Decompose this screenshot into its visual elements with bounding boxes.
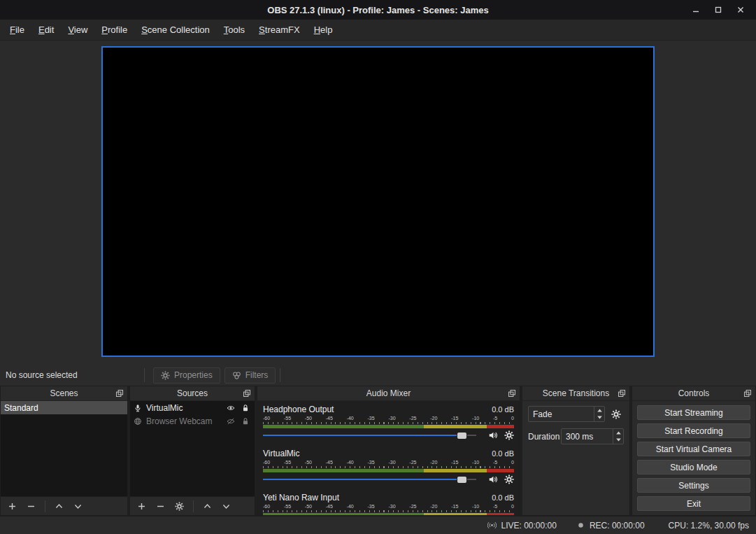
- chevron-up-icon: [203, 502, 212, 511]
- properties-button-label: Properties: [174, 370, 213, 380]
- menu-help[interactable]: Help: [307, 22, 340, 38]
- scene-up-button[interactable]: [52, 499, 66, 514]
- volume-slider-fill: [263, 435, 457, 436]
- speaker-icon[interactable]: [488, 475, 498, 484]
- source-properties-button[interactable]: [172, 499, 187, 514]
- minus-icon: [27, 502, 36, 511]
- window-title: OBS 27.1.3 (linux) - Profile: James - Sc…: [267, 5, 488, 15]
- transition-select[interactable]: Fade: [528, 406, 605, 422]
- menu-tools[interactable]: Tools: [217, 22, 252, 38]
- obs-window: OBS 27.1.3 (linux) - Profile: James - Sc…: [0, 0, 756, 534]
- filter-icon: [232, 371, 241, 380]
- db-tick-label: -35: [368, 503, 375, 510]
- popout-icon[interactable]: [618, 389, 626, 398]
- visibility-icon[interactable]: [227, 404, 235, 412]
- db-tick-label: -25: [409, 415, 416, 421]
- remove-scene-button[interactable]: [24, 499, 38, 514]
- source-item[interactable]: VirtualMic: [130, 401, 255, 414]
- sources-list: VirtualMic Browser Webcam: [130, 401, 255, 496]
- menu-edit[interactable]: Edit: [31, 22, 61, 38]
- menu-file[interactable]: File: [3, 22, 31, 38]
- scene-down-button[interactable]: [71, 499, 85, 514]
- db-tick-label: -40: [347, 503, 354, 510]
- volume-slider-fill: [263, 479, 457, 480]
- db-tick-label: -30: [388, 415, 395, 421]
- spin-up-button[interactable]: [594, 407, 604, 414]
- popout-icon[interactable]: [115, 389, 124, 398]
- filters-button[interactable]: Filters: [224, 367, 276, 384]
- source-toolbar: No source selected Properties Filters: [0, 365, 756, 386]
- lock-icon[interactable]: [241, 417, 250, 426]
- db-tick-label: -5: [493, 459, 497, 465]
- menu-streamfx[interactable]: StreamFX: [252, 22, 307, 38]
- source-item[interactable]: Browser Webcam: [130, 414, 255, 428]
- scene-item[interactable]: Standard: [1, 401, 127, 414]
- mixer-channel-name: Yeti Nano Raw Input: [263, 493, 339, 503]
- popout-icon[interactable]: [508, 389, 516, 398]
- volume-meter: [263, 513, 514, 515]
- source-down-button[interactable]: [219, 499, 234, 514]
- preview-area: [0, 41, 756, 365]
- scenes-dock-title: Scenes: [50, 388, 78, 398]
- transition-select-arrows: [594, 407, 604, 421]
- popout-icon[interactable]: [743, 389, 752, 398]
- maximize-icon: [715, 6, 722, 13]
- db-tick-label: -55: [284, 415, 291, 421]
- controls-dock-header: Controls: [632, 386, 755, 401]
- add-scene-button[interactable]: [5, 499, 20, 514]
- close-button[interactable]: [729, 0, 752, 20]
- volume-slider-handle[interactable]: [457, 477, 466, 483]
- transition-settings-button[interactable]: [608, 406, 624, 422]
- minimize-button[interactable]: [685, 0, 707, 20]
- db-tick-marks: [263, 422, 514, 424]
- settings-button[interactable]: Settings: [637, 478, 750, 493]
- cpu-fps-stats: CPU: 1.2%, 30.00 fps: [669, 521, 749, 531]
- spin-down-button[interactable]: [594, 414, 604, 422]
- spin-up-button[interactable]: [613, 429, 623, 437]
- start-recording-button[interactable]: Start Recording: [637, 423, 750, 438]
- volume-slider[interactable]: [263, 430, 476, 441]
- dock-row: Scenes Standard Sources: [0, 386, 756, 516]
- lock-icon[interactable]: [241, 404, 250, 412]
- filters-button-label: Filters: [245, 370, 269, 380]
- source-up-button[interactable]: [200, 499, 215, 514]
- menu-view[interactable]: View: [61, 22, 94, 38]
- remove-source-button[interactable]: [153, 499, 168, 514]
- visibility-off-icon[interactable]: [227, 417, 235, 426]
- db-tick-label: -55: [284, 503, 291, 510]
- db-tick-label: -60: [263, 459, 270, 465]
- gear-icon[interactable]: [504, 430, 514, 440]
- volume-slider[interactable]: [263, 474, 476, 485]
- menu-scene-collection[interactable]: Scene Collection: [134, 22, 217, 38]
- transitions-body: Fade Duration 300 ms: [522, 401, 629, 515]
- duration-spinbox[interactable]: 300 ms: [561, 428, 624, 444]
- spin-down-button[interactable]: [613, 437, 623, 444]
- popout-icon[interactable]: [243, 389, 251, 398]
- preview-canvas[interactable]: [101, 46, 655, 357]
- scenes-list: Standard: [1, 401, 127, 496]
- properties-button[interactable]: Properties: [153, 367, 220, 384]
- db-tick-label: -10: [472, 415, 479, 421]
- scenes-dock: Scenes Standard: [0, 386, 128, 516]
- exit-button[interactable]: Exit: [637, 496, 750, 511]
- maximize-button[interactable]: [707, 0, 729, 20]
- scenes-dock-header: Scenes: [1, 386, 127, 401]
- menu-bar: File Edit View Profile Scene Collection …: [0, 20, 756, 41]
- mixer-channel-headphone: Headphone Output 0.0 dB -60-55-50-45-40-…: [263, 404, 514, 441]
- add-source-button[interactable]: [134, 499, 149, 514]
- speaker-icon[interactable]: [488, 430, 498, 440]
- db-tick-label: -50: [305, 503, 312, 510]
- studio-mode-button[interactable]: Studio Mode: [637, 460, 750, 475]
- chevron-up-icon: [55, 502, 64, 511]
- db-tick-label: -40: [347, 415, 354, 421]
- toolbar-separator: [144, 368, 145, 382]
- start-virtual-camera-button[interactable]: Start Virtual Camera: [637, 442, 750, 456]
- gear-icon[interactable]: [504, 475, 514, 484]
- transitions-dock-title: Scene Transitions: [543, 388, 609, 398]
- start-streaming-button[interactable]: Start Streaming: [637, 405, 750, 420]
- plus-icon: [137, 502, 146, 511]
- menu-profile[interactable]: Profile: [94, 22, 134, 38]
- volume-slider-handle[interactable]: [457, 433, 466, 439]
- rec-status: REC: 00:00:00: [576, 521, 645, 531]
- db-tick-label: -45: [326, 503, 333, 510]
